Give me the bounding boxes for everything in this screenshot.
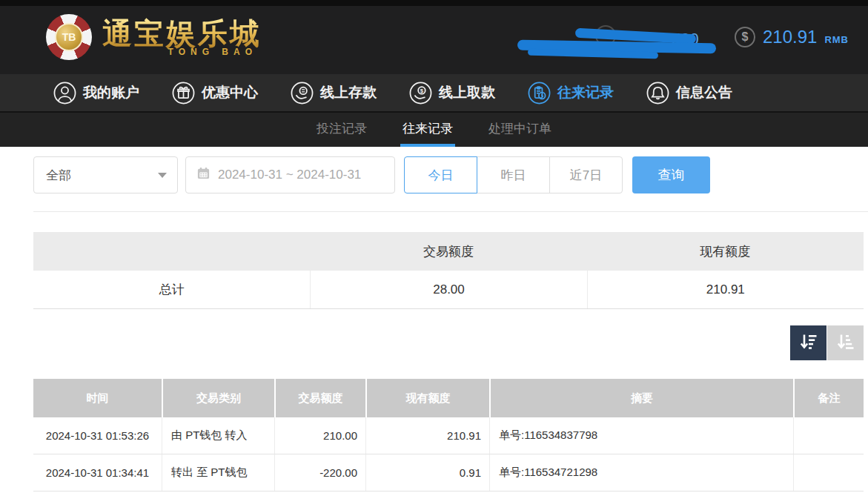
balance-currency: RMB bbox=[824, 34, 849, 45]
withdraw-icon: $ bbox=[409, 82, 432, 105]
balance-amount: 210.91 bbox=[763, 27, 817, 47]
tab-transaction-records[interactable]: 往来记录 bbox=[400, 113, 455, 147]
date-range-input[interactable]: 2024-10-31 ~ 2024-10-31 bbox=[185, 156, 395, 193]
top-header: TB 通宝娱乐城 TONG BAO 500 $ 210.91 RMB bbox=[0, 0, 868, 74]
cell-note bbox=[793, 454, 864, 491]
cell-type: 由 PT钱包 转入 bbox=[162, 417, 274, 454]
col-header-time: 时间 bbox=[33, 379, 162, 417]
nav-label: 优惠中心 bbox=[202, 83, 258, 102]
bell-icon bbox=[646, 82, 669, 105]
nav-label: 线上存款 bbox=[320, 83, 377, 102]
cell-time: 2024-10-31 01:53:26 bbox=[33, 417, 162, 454]
search-button[interactable]: 查询 bbox=[632, 156, 710, 193]
cell-time: 2024-10-31 01:34:41 bbox=[33, 454, 162, 491]
chevron-down-icon bbox=[158, 173, 167, 178]
nav-label: 往来记录 bbox=[557, 83, 614, 102]
sort-ascending-button[interactable] bbox=[827, 325, 864, 360]
cell-trade-amount: -220.00 bbox=[274, 454, 365, 491]
nav-item-transactions[interactable]: 往来记录 bbox=[528, 82, 614, 105]
type-select[interactable]: 全部 bbox=[33, 156, 178, 193]
poker-chip-icon: TB bbox=[46, 14, 92, 60]
cell-current-amount: 210.91 bbox=[365, 417, 489, 454]
sort-ascending-icon bbox=[835, 331, 856, 355]
table-row: 2024-10-31 01:53:26 由 PT钱包 转入 210.00 210… bbox=[33, 417, 864, 454]
top-strip bbox=[0, 0, 868, 6]
nav-label: 我的账户 bbox=[83, 83, 139, 102]
nav-item-withdraw[interactable]: $ 线上取款 bbox=[409, 82, 495, 105]
cell-summary: 单号:116534837798 bbox=[489, 417, 793, 454]
col-header-current-amount: 现有额度 bbox=[365, 379, 489, 417]
username-redacted: 500 bbox=[511, 21, 734, 65]
summary-trade-amount: 28.00 bbox=[310, 271, 586, 308]
summary-current-amount: 210.91 bbox=[587, 271, 864, 308]
logo-name-cn: 通宝娱乐城 bbox=[102, 18, 262, 49]
cell-type: 转出 至 PT钱包 bbox=[162, 454, 274, 491]
tab-pending-orders[interactable]: 处理中订单 bbox=[486, 113, 554, 147]
main-nav: 我的账户 优惠中心 bbox=[0, 74, 868, 113]
records-header-row: 时间 交易类别 交易额度 现有额度 摘要 备注 bbox=[33, 379, 864, 417]
sort-descending-button[interactable] bbox=[790, 325, 826, 360]
calendar-icon bbox=[196, 166, 211, 184]
page: TB 通宝娱乐城 TONG BAO 500 $ 210.91 RMB bbox=[0, 0, 868, 493]
records-table: 时间 交易类别 交易额度 现有额度 摘要 备注 2024-10-31 01:53… bbox=[33, 379, 864, 492]
sort-descending-icon bbox=[798, 331, 819, 355]
today-button[interactable]: 今日 bbox=[404, 156, 477, 193]
summary-table: 交易额度 现有额度 总计 28.00 210.91 bbox=[33, 232, 864, 309]
cell-trade-amount: 210.00 bbox=[274, 417, 365, 454]
yesterday-button[interactable]: 昨日 bbox=[477, 156, 550, 193]
cell-note bbox=[793, 417, 864, 454]
col-header-summary: 摘要 bbox=[489, 379, 793, 417]
chip-monogram: TB bbox=[55, 23, 83, 51]
wallet-balance[interactable]: $ 210.91 RMB bbox=[735, 27, 849, 47]
col-header-trade-amount: 交易额度 bbox=[274, 379, 365, 417]
nav-label: 线上取款 bbox=[439, 83, 495, 102]
deposit-icon bbox=[291, 82, 314, 105]
logo-text: 通宝娱乐城 TONG BAO bbox=[102, 18, 262, 57]
user-icon bbox=[53, 82, 76, 105]
transactions-icon bbox=[528, 82, 551, 105]
dollar-coin-icon: $ bbox=[735, 27, 755, 47]
summary-total-row: 总计 28.00 210.91 bbox=[33, 271, 864, 309]
cell-summary: 单号:116534721298 bbox=[489, 454, 793, 491]
col-header-type: 交易类别 bbox=[162, 379, 274, 417]
summary-total-label: 总计 bbox=[33, 271, 310, 308]
nav-item-my-account[interactable]: 我的账户 bbox=[53, 82, 139, 105]
section-divider bbox=[33, 211, 868, 212]
sort-controls bbox=[33, 325, 864, 360]
site-logo[interactable]: TB 通宝娱乐城 TONG BAO bbox=[46, 14, 262, 60]
nav-item-announcements[interactable]: 信息公告 bbox=[646, 82, 732, 105]
tab-betting-records[interactable]: 投注记录 bbox=[314, 113, 369, 147]
nav-item-promotions[interactable]: 优惠中心 bbox=[172, 82, 258, 105]
quick-range-group: 今日 昨日 近7日 bbox=[404, 156, 623, 193]
nav-item-deposit[interactable]: 线上存款 bbox=[291, 82, 377, 105]
gift-icon bbox=[172, 82, 195, 105]
summary-header-empty bbox=[33, 232, 310, 271]
summary-header-current-amount: 现有额度 bbox=[587, 232, 864, 271]
summary-header-trade-amount: 交易额度 bbox=[310, 232, 586, 271]
filter-row: 全部 2024-10-31 ~ 2024-10-31 今日 bbox=[33, 156, 868, 193]
summary-header-row: 交易额度 现有额度 bbox=[33, 232, 864, 271]
col-header-note: 备注 bbox=[793, 379, 864, 417]
nav-label: 信息公告 bbox=[676, 83, 732, 102]
last-7-days-button[interactable]: 近7日 bbox=[549, 156, 623, 193]
table-row: 2024-10-31 01:34:41 转出 至 PT钱包 -220.00 0.… bbox=[33, 454, 864, 492]
svg-text:$: $ bbox=[420, 87, 424, 93]
record-tabs: 投注记录 往来记录 处理中订单 bbox=[0, 113, 868, 147]
type-select-value: 全部 bbox=[46, 167, 71, 184]
date-range-value: 2024-10-31 ~ 2024-10-31 bbox=[218, 168, 361, 182]
cell-current-amount: 0.91 bbox=[365, 454, 489, 491]
